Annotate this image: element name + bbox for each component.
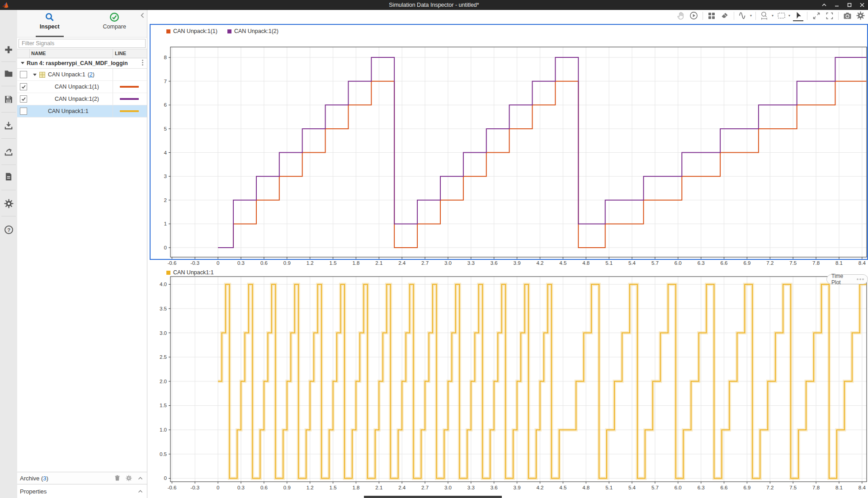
zoom-x-caret-icon[interactable]: ▾ [772, 14, 774, 18]
svg-text:?: ? [7, 226, 10, 232]
x-tick-label: 6.6 [721, 485, 728, 490]
close-icon[interactable] [858, 1, 866, 9]
signal-line-swatch [120, 110, 139, 112]
signal-line-swatch [120, 86, 139, 88]
help-icon[interactable]: ? [0, 221, 17, 239]
plot-type-badge-label: Time Plot [831, 273, 854, 286]
x-tick-label: 5.1 [605, 485, 613, 490]
tab-inspect[interactable]: Inspect [17, 10, 82, 37]
preferences-gear-icon[interactable] [0, 194, 17, 212]
signal-checkbox[interactable] [20, 108, 27, 115]
x-tick-label: 3.9 [514, 485, 521, 490]
top-time-plot[interactable]: -0.6-0.300.30.60.91.21.51.82.12.42.73.03… [151, 35, 868, 267]
y-tick-label: 5 [164, 126, 167, 132]
signal-browser-panel: Inspect Compare NAME LINE Run 4: raspber… [17, 10, 147, 498]
minimize-icon[interactable] [833, 1, 841, 9]
x-tick-label: 7.2 [766, 485, 774, 490]
plot-type-badge[interactable]: Time Plot [826, 274, 868, 284]
add-icon[interactable] [0, 41, 17, 59]
eraser-icon[interactable] [720, 10, 730, 21]
y-tick-label: 2.5 [160, 354, 167, 360]
y-tick-label: 3.0 [160, 330, 167, 336]
archive-settings-gear-icon[interactable] [126, 475, 132, 481]
import-icon[interactable] [0, 117, 17, 135]
column-header-line[interactable]: LINE [115, 51, 126, 56]
y-tick-label: 1 [164, 221, 167, 226]
collapse-panel-icon[interactable] [140, 12, 145, 20]
x-tick-label: 4.8 [582, 485, 590, 490]
filter-signals-input[interactable] [19, 39, 146, 48]
create-report-icon[interactable] [0, 168, 17, 186]
archive-bar[interactable]: Archive (3) [17, 472, 147, 484]
export-icon[interactable] [0, 143, 17, 161]
group-count-link[interactable]: 2 [90, 71, 93, 78]
properties-bar[interactable]: Properties [17, 484, 147, 498]
run-expander-icon[interactable] [21, 62, 24, 64]
signal-checkbox[interactable] [20, 95, 27, 103]
restore-up-icon[interactable] [820, 1, 828, 9]
trash-icon[interactable] [114, 475, 120, 481]
fit-to-view-caret-icon[interactable]: ▾ [788, 14, 790, 18]
x-tick-label: 6.3 [698, 485, 705, 490]
bottom-plot-legend: CAN Unpack1:1 [166, 269, 214, 276]
subplots-grid-icon[interactable] [707, 10, 717, 21]
plot-type-menu-icon[interactable] [857, 278, 864, 280]
x-tick-label: -0.6 [167, 485, 176, 490]
signal-checkbox[interactable] [20, 71, 27, 78]
snapshot-camera-icon[interactable] [842, 10, 853, 21]
signal-options-icon[interactable] [738, 10, 748, 21]
replay-icon[interactable] [689, 10, 699, 21]
y-tick-label: 2 [164, 197, 167, 203]
expand-icon[interactable] [811, 10, 821, 21]
legend-item: CAN Unpack1:1 [166, 269, 214, 276]
table-row[interactable]: CAN Unpack:1 (2) [17, 69, 147, 81]
legend-swatch [227, 29, 231, 33]
table-header: NAME LINE [17, 49, 147, 58]
signal-trace[interactable] [218, 81, 867, 248]
column-header-name[interactable]: NAME [31, 51, 46, 56]
tab-compare[interactable]: Compare [82, 10, 147, 37]
y-tick-label: 0.5 [160, 451, 167, 457]
table-row[interactable]: CAN Unpack1:1 [17, 105, 147, 117]
bottom-time-plot[interactable]: -0.6-0.300.30.60.91.21.51.82.12.42.73.03… [151, 264, 868, 496]
x-tick-label: 4.2 [536, 485, 543, 490]
horizontal-scrollbar-thumb[interactable] [364, 496, 502, 498]
tab-compare-label: Compare [103, 23, 126, 30]
x-tick-label: 5.4 [628, 485, 636, 490]
properties-collapse-icon[interactable] [137, 489, 143, 494]
open-folder-icon[interactable] [0, 65, 17, 83]
save-icon[interactable] [0, 90, 17, 108]
fit-to-view-icon[interactable] [776, 10, 787, 21]
legend-item: CAN Unpack:1(1) [166, 28, 217, 34]
archive-collapse-icon[interactable] [137, 476, 143, 481]
plot-toolbar: ▾ ▾ ▾ [675, 10, 866, 21]
signal-label: CAN Unpack1:1 [48, 108, 89, 114]
group-expander-icon[interactable] [33, 74, 37, 76]
run-label: Run 4: raspberrypi_CAN_MDF_loggin [27, 60, 128, 66]
arrow-cursor-icon[interactable] [793, 10, 803, 21]
x-tick-label: 1.2 [307, 485, 314, 490]
activity-bar: ? [0, 10, 18, 498]
legend-label: CAN Unpack:1(1) [173, 28, 217, 34]
settings-gear-icon[interactable] [855, 10, 866, 21]
signal-table: Run 4: raspberrypi_CAN_MDF_loggin CAN Un… [17, 58, 147, 117]
x-tick-label: 2.7 [421, 485, 429, 490]
run-menu-icon[interactable] [142, 60, 143, 66]
signal-options-caret-icon[interactable]: ▾ [750, 14, 752, 18]
fullscreen-icon[interactable] [824, 10, 835, 21]
top-plot-legend: CAN Unpack:1(1)CAN Unpack:1(2) [166, 28, 278, 34]
x-tick-label: 2.4 [398, 485, 406, 490]
signal-checkbox[interactable] [20, 83, 27, 90]
x-tick-label: 8.1 [835, 485, 843, 490]
properties-label: Properties [20, 488, 47, 495]
run-group-row[interactable]: Run 4: raspberrypi_CAN_MDF_loggin [17, 58, 147, 69]
zoom-x-icon[interactable] [760, 10, 770, 21]
x-tick-label: 6.0 [675, 485, 682, 490]
archive-count: 3 [43, 475, 46, 482]
maximize-icon[interactable] [845, 1, 854, 9]
table-row[interactable]: CAN Unpack:1(1) [17, 81, 147, 93]
table-row[interactable]: CAN Unpack:1(2) [17, 93, 147, 105]
pan-hand-icon[interactable] [675, 10, 686, 21]
group-label: CAN Unpack:1 [48, 71, 85, 78]
window-title: Simulation Data Inspector - untitled* [0, 2, 868, 8]
